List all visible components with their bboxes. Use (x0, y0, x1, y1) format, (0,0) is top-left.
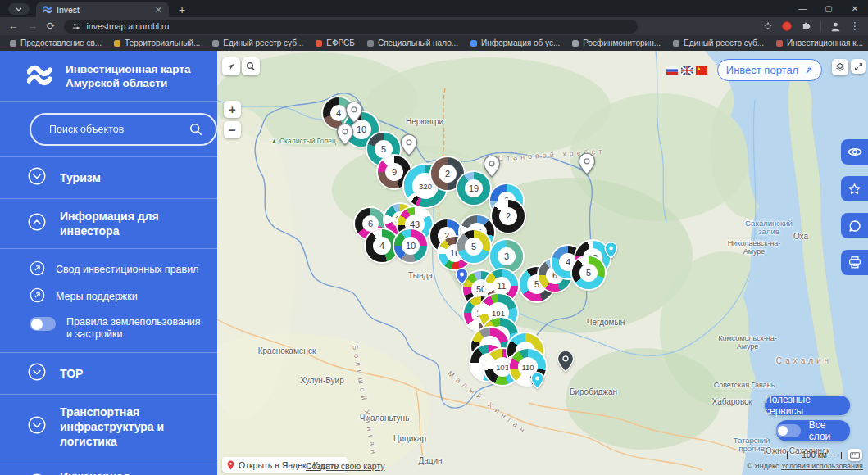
bookmark-item[interactable]: Единый реестр суб... (673, 38, 764, 48)
map-cluster-marker[interactable]: 5 (572, 256, 605, 289)
all-layers-switch[interactable] (776, 424, 801, 437)
sidebar-section-collapsed[interactable]: ТОР (0, 353, 217, 395)
bookmark-favicon (470, 40, 477, 47)
lang-en-flag[interactable] (681, 66, 693, 75)
tab-search-button[interactable] (8, 3, 30, 15)
lang-zh-flag[interactable] (696, 66, 707, 75)
bookmark-favicon (114, 40, 120, 47)
bookmark-item[interactable]: Единый реестр суб... (212, 38, 303, 48)
search-input[interactable] (48, 123, 183, 136)
window-close-button[interactable]: ✕ (842, 0, 868, 17)
map-pin-marker[interactable] (483, 155, 501, 181)
bookmark-item[interactable]: Специальный нало... (367, 38, 458, 48)
sublink-label: Свод инвестиционных правил (56, 264, 198, 275)
bookmark-favicon (316, 40, 322, 47)
ruler-button[interactable] (848, 449, 862, 461)
map-pin-marker[interactable] (578, 152, 596, 179)
sidebar-sublink[interactable]: Меры поддержки (30, 287, 202, 305)
bookmark-label: Информация об ус... (481, 38, 560, 48)
site-settings-icon (72, 22, 80, 30)
search-icon[interactable] (189, 123, 202, 136)
map-cluster-marker[interactable]: 5 (457, 230, 490, 263)
map-point-marker[interactable] (604, 242, 618, 262)
map-label: Краснокаменск (258, 346, 316, 355)
map-label: Хабаровск (712, 397, 752, 406)
view-mode-button[interactable] (841, 139, 868, 165)
map-label: Тында (408, 271, 433, 280)
terms-link[interactable]: Условия использования (781, 462, 863, 470)
geolocate-arrow-icon (226, 61, 236, 71)
lang-ru-flag[interactable] (666, 66, 678, 75)
profile-avatar-icon[interactable] (830, 21, 841, 32)
back-button[interactable]: ← (8, 21, 19, 31)
map-cluster-marker[interactable]: 3 (490, 240, 523, 273)
ruler-icon (850, 452, 860, 459)
adblock-extension-icon[interactable] (782, 21, 792, 31)
external-link-icon (805, 66, 813, 75)
sidebar-search (0, 102, 217, 157)
bookmark-item[interactable]: Предоставление св... (10, 38, 102, 48)
window-minimize-button[interactable]: — (789, 0, 816, 17)
bookmark-item[interactable]: Росфинмониторин... (572, 38, 661, 48)
bookmark-item[interactable]: Территориальный... (114, 38, 200, 48)
map-layers-button[interactable] (832, 59, 848, 75)
zoom-in-button[interactable]: + (224, 101, 241, 118)
bookmark-favicon (367, 40, 374, 47)
language-switcher (666, 66, 707, 75)
invest-portal-button[interactable]: Инвест портал (717, 59, 822, 81)
useful-services-button[interactable]: Полезные сервисы (765, 396, 850, 415)
forward-button[interactable]: → (28, 21, 39, 31)
toggle-label: Правила землепользования и застройки (66, 316, 202, 341)
map-canvas[interactable]: НерюнгриТындаЧегдомынКомсомольск-на-Амур… (217, 51, 868, 475)
map-label: Нерюнгри (406, 117, 443, 126)
fullscreen-button[interactable] (851, 59, 866, 74)
reload-button[interactable]: ⟳ (47, 21, 55, 31)
bookmark-item[interactable]: ЕФРСБ (316, 38, 355, 48)
zoning-rules-toggle[interactable] (30, 317, 56, 331)
bookmark-label: Инвестиционная к... (787, 38, 863, 48)
print-button[interactable] (841, 250, 868, 275)
geolocate-button[interactable] (222, 57, 240, 75)
search-field-wrap (30, 113, 217, 146)
sidebar-section-collapsed[interactable]: Транспортная инфраструктура и логистика (0, 395, 217, 459)
create-own-map-link[interactable]: Создать свою карту (306, 461, 385, 471)
chevron-down-icon (28, 363, 46, 384)
map-pin-marker[interactable] (400, 133, 418, 160)
bookmark-star-icon[interactable] (763, 21, 773, 31)
cluster-count: 19 (465, 179, 483, 197)
browser-tab-invest[interactable]: Invest ✕ (36, 2, 169, 17)
favorites-button[interactable] (841, 176, 868, 201)
app-title: Инвестиционная карта Амурской области (66, 62, 190, 90)
map-point-marker[interactable] (455, 268, 469, 288)
sidebar-section-collapsed[interactable]: Туризм (0, 157, 217, 199)
bookmark-item[interactable]: Информация об ус... (470, 38, 560, 48)
chevron-down-icon (28, 416, 46, 437)
chevron-down-icon (16, 7, 22, 11)
cluster-count: 4 (330, 105, 347, 121)
tab-close-icon[interactable]: ✕ (155, 6, 162, 14)
map-cluster-marker[interactable]: 10 (394, 229, 427, 262)
map-label: Татарский пролив (725, 437, 779, 453)
map-cluster-marker[interactable]: 4 (366, 229, 398, 262)
sidebar-toggle-row: Правила землепользования и застройки (30, 316, 202, 341)
sidebar-sublink[interactable]: Свод инвестиционных правил (30, 260, 202, 278)
sidebar-section-label: ТОР (60, 366, 83, 381)
map-pin-marker[interactable] (336, 123, 354, 149)
window-maximize-button[interactable]: ▢ (816, 0, 842, 17)
map-cluster-marker[interactable]: 2 (492, 200, 525, 233)
map-pin-marker[interactable] (557, 350, 575, 376)
browser-menu-icon[interactable]: ⋮ (850, 21, 861, 31)
all-layers-toggle[interactable]: Все слои (776, 420, 850, 441)
address-bar[interactable]: investmap.amurobl.ru (64, 20, 638, 34)
zoom-out-button[interactable]: − (224, 121, 241, 138)
toolbar-divider (820, 21, 821, 31)
map-search-button[interactable] (242, 57, 260, 75)
sidebar-section-expanded[interactable]: Информация для инвестора (0, 199, 217, 249)
bookmark-item[interactable]: Инвестиционная к... (776, 38, 863, 48)
sidebar-section-collapsed[interactable]: Инженерная инфраструктура (0, 459, 217, 475)
external-link-icon (30, 260, 45, 278)
new-tab-button[interactable]: + (179, 4, 185, 16)
extensions-puzzle-icon[interactable] (801, 21, 811, 32)
map-point-marker[interactable] (530, 372, 544, 392)
feedback-chat-button[interactable] (841, 213, 868, 238)
